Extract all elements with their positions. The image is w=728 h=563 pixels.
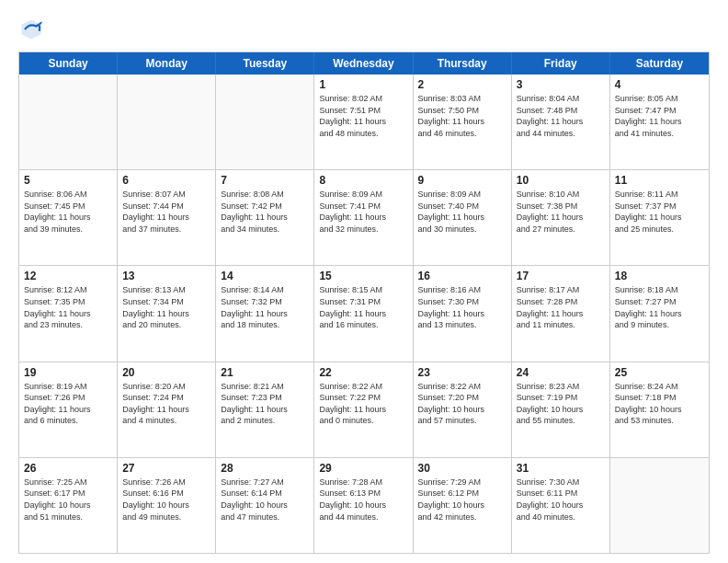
day-info: Sunrise: 8:08 AM Sunset: 7:42 PM Dayligh… <box>221 189 309 235</box>
header <box>18 17 710 42</box>
day-cell-11: 11Sunrise: 8:11 AM Sunset: 7:37 PM Dayli… <box>610 170 709 265</box>
day-info: Sunrise: 7:30 AM Sunset: 6:11 PM Dayligh… <box>517 477 605 523</box>
day-number: 29 <box>319 462 407 475</box>
day-cell-29: 29Sunrise: 7:28 AM Sunset: 6:13 PM Dayli… <box>314 458 413 553</box>
calendar-header: SundayMondayTuesdayWednesdayThursdayFrid… <box>19 52 709 75</box>
day-info: Sunrise: 8:16 AM Sunset: 7:30 PM Dayligh… <box>418 284 506 330</box>
day-cell-5: 5Sunrise: 8:06 AM Sunset: 7:45 PM Daylig… <box>19 170 118 265</box>
day-cell-23: 23Sunrise: 8:22 AM Sunset: 7:20 PM Dayli… <box>414 362 512 457</box>
day-info: Sunrise: 8:23 AM Sunset: 7:19 PM Dayligh… <box>517 381 605 427</box>
day-number: 18 <box>615 270 704 282</box>
day-number: 6 <box>122 174 210 187</box>
day-number: 10 <box>517 174 605 187</box>
header-day-monday: Monday <box>118 52 216 75</box>
day-info: Sunrise: 8:14 AM Sunset: 7:32 PM Dayligh… <box>221 284 309 330</box>
empty-cell <box>118 75 216 169</box>
header-day-friday: Friday <box>512 52 610 75</box>
day-cell-26: 26Sunrise: 7:25 AM Sunset: 6:17 PM Dayli… <box>19 458 118 553</box>
day-cell-28: 28Sunrise: 7:27 AM Sunset: 6:14 PM Dayli… <box>216 458 314 553</box>
day-cell-9: 9Sunrise: 8:09 AM Sunset: 7:40 PM Daylig… <box>414 170 512 265</box>
day-number: 20 <box>122 366 210 379</box>
day-number: 25 <box>615 366 704 379</box>
day-number: 15 <box>319 270 407 282</box>
calendar-body: 1Sunrise: 8:02 AM Sunset: 7:51 PM Daylig… <box>19 75 709 553</box>
day-info: Sunrise: 8:06 AM Sunset: 7:45 PM Dayligh… <box>24 189 112 235</box>
day-number: 5 <box>24 174 112 187</box>
day-number: 1 <box>319 78 407 91</box>
day-number: 24 <box>517 366 605 379</box>
day-info: Sunrise: 8:05 AM Sunset: 7:47 PM Dayligh… <box>615 93 704 139</box>
day-info: Sunrise: 8:22 AM Sunset: 7:22 PM Dayligh… <box>319 381 407 427</box>
header-day-saturday: Saturday <box>610 52 709 75</box>
day-number: 14 <box>221 270 309 282</box>
day-number: 7 <box>221 174 309 187</box>
day-cell-17: 17Sunrise: 8:17 AM Sunset: 7:28 PM Dayli… <box>512 266 610 361</box>
day-cell-16: 16Sunrise: 8:16 AM Sunset: 7:30 PM Dayli… <box>414 266 512 361</box>
day-number: 31 <box>517 462 605 475</box>
day-number: 19 <box>24 366 112 379</box>
header-day-sunday: Sunday <box>19 52 118 75</box>
day-info: Sunrise: 8:09 AM Sunset: 7:41 PM Dayligh… <box>319 189 407 235</box>
day-number: 12 <box>24 270 112 282</box>
day-info: Sunrise: 8:02 AM Sunset: 7:51 PM Dayligh… <box>319 93 407 139</box>
day-cell-20: 20Sunrise: 8:20 AM Sunset: 7:24 PM Dayli… <box>118 362 216 457</box>
day-info: Sunrise: 7:27 AM Sunset: 6:14 PM Dayligh… <box>221 477 309 523</box>
day-info: Sunrise: 8:18 AM Sunset: 7:27 PM Dayligh… <box>615 284 704 330</box>
calendar: SundayMondayTuesdayWednesdayThursdayFrid… <box>18 52 710 554</box>
week-row-3: 12Sunrise: 8:12 AM Sunset: 7:35 PM Dayli… <box>19 266 709 362</box>
day-info: Sunrise: 8:22 AM Sunset: 7:20 PM Dayligh… <box>418 381 506 427</box>
day-number: 4 <box>615 78 704 91</box>
day-number: 23 <box>418 366 506 379</box>
day-cell-7: 7Sunrise: 8:08 AM Sunset: 7:42 PM Daylig… <box>216 170 314 265</box>
page: SundayMondayTuesdayWednesdayThursdayFrid… <box>0 0 728 563</box>
day-info: Sunrise: 8:20 AM Sunset: 7:24 PM Dayligh… <box>122 381 210 427</box>
day-cell-25: 25Sunrise: 8:24 AM Sunset: 7:18 PM Dayli… <box>610 362 709 457</box>
day-number: 22 <box>319 366 407 379</box>
day-number: 17 <box>517 270 605 282</box>
header-day-tuesday: Tuesday <box>216 52 314 75</box>
day-info: Sunrise: 8:15 AM Sunset: 7:31 PM Dayligh… <box>319 284 407 330</box>
day-cell-21: 21Sunrise: 8:21 AM Sunset: 7:23 PM Dayli… <box>216 362 314 457</box>
day-cell-6: 6Sunrise: 8:07 AM Sunset: 7:44 PM Daylig… <box>118 170 216 265</box>
week-row-4: 19Sunrise: 8:19 AM Sunset: 7:26 PM Dayli… <box>19 362 709 458</box>
day-info: Sunrise: 8:11 AM Sunset: 7:37 PM Dayligh… <box>615 189 704 235</box>
day-cell-18: 18Sunrise: 8:18 AM Sunset: 7:27 PM Dayli… <box>610 266 709 361</box>
day-cell-27: 27Sunrise: 7:26 AM Sunset: 6:16 PM Dayli… <box>118 458 216 553</box>
day-cell-2: 2Sunrise: 8:03 AM Sunset: 7:50 PM Daylig… <box>414 75 512 169</box>
day-number: 8 <box>319 174 407 187</box>
empty-cell <box>19 75 118 169</box>
day-cell-15: 15Sunrise: 8:15 AM Sunset: 7:31 PM Dayli… <box>314 266 413 361</box>
week-row-5: 26Sunrise: 7:25 AM Sunset: 6:17 PM Dayli… <box>19 458 709 553</box>
day-info: Sunrise: 8:17 AM Sunset: 7:28 PM Dayligh… <box>517 284 605 330</box>
day-cell-3: 3Sunrise: 8:04 AM Sunset: 7:48 PM Daylig… <box>512 75 610 169</box>
empty-cell <box>610 458 709 553</box>
day-cell-31: 31Sunrise: 7:30 AM Sunset: 6:11 PM Dayli… <box>512 458 610 553</box>
day-info: Sunrise: 8:13 AM Sunset: 7:34 PM Dayligh… <box>122 284 210 330</box>
day-info: Sunrise: 8:07 AM Sunset: 7:44 PM Dayligh… <box>122 189 210 235</box>
day-cell-30: 30Sunrise: 7:29 AM Sunset: 6:12 PM Dayli… <box>414 458 512 553</box>
day-number: 28 <box>221 462 309 475</box>
day-info: Sunrise: 8:12 AM Sunset: 7:35 PM Dayligh… <box>24 284 112 330</box>
day-cell-13: 13Sunrise: 8:13 AM Sunset: 7:34 PM Dayli… <box>118 266 216 361</box>
day-number: 11 <box>615 174 704 187</box>
day-number: 9 <box>418 174 506 187</box>
day-info: Sunrise: 7:25 AM Sunset: 6:17 PM Dayligh… <box>24 477 112 523</box>
day-number: 3 <box>517 78 605 91</box>
day-number: 26 <box>24 462 112 475</box>
empty-cell <box>216 75 314 169</box>
day-info: Sunrise: 7:28 AM Sunset: 6:13 PM Dayligh… <box>319 477 407 523</box>
day-cell-8: 8Sunrise: 8:09 AM Sunset: 7:41 PM Daylig… <box>314 170 413 265</box>
day-number: 21 <box>221 366 309 379</box>
day-info: Sunrise: 8:19 AM Sunset: 7:26 PM Dayligh… <box>24 381 112 427</box>
header-day-thursday: Thursday <box>414 52 512 75</box>
week-row-2: 5Sunrise: 8:06 AM Sunset: 7:45 PM Daylig… <box>19 170 709 266</box>
day-info: Sunrise: 8:21 AM Sunset: 7:23 PM Dayligh… <box>221 381 309 427</box>
day-cell-4: 4Sunrise: 8:05 AM Sunset: 7:47 PM Daylig… <box>610 75 709 169</box>
day-info: Sunrise: 8:04 AM Sunset: 7:48 PM Dayligh… <box>517 93 605 139</box>
day-info: Sunrise: 8:09 AM Sunset: 7:40 PM Dayligh… <box>418 189 506 235</box>
logo <box>18 17 48 42</box>
day-info: Sunrise: 8:03 AM Sunset: 7:50 PM Dayligh… <box>418 93 506 139</box>
day-cell-22: 22Sunrise: 8:22 AM Sunset: 7:22 PM Dayli… <box>314 362 413 457</box>
day-number: 2 <box>418 78 506 91</box>
day-info: Sunrise: 8:24 AM Sunset: 7:18 PM Dayligh… <box>615 381 704 427</box>
